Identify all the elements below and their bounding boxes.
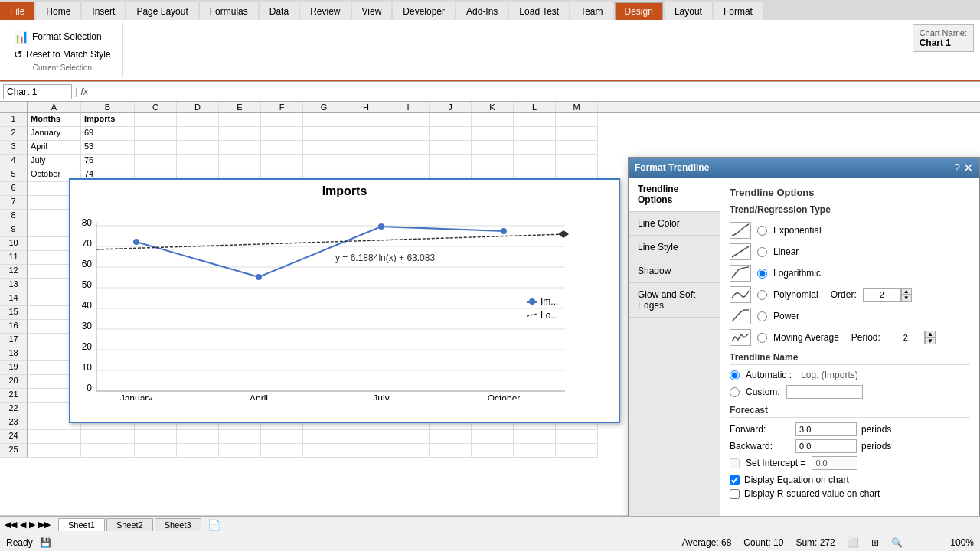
spreadsheet-cell[interactable] <box>177 444 219 458</box>
spreadsheet-cell[interactable] <box>135 113 177 127</box>
col-header-c[interactable]: C <box>135 102 177 112</box>
col-header-e[interactable]: E <box>219 102 261 112</box>
spreadsheet-cell[interactable]: April <box>28 141 81 155</box>
spreadsheet-cell[interactable] <box>472 155 514 168</box>
tab-first-btn[interactable]: ◀◀ <box>3 520 18 530</box>
tab-add-ins[interactable]: Add-Ins <box>456 2 508 20</box>
spreadsheet-cell[interactable] <box>81 430 135 444</box>
spreadsheet-cell[interactable] <box>303 155 345 168</box>
tab-view[interactable]: View <box>352 2 392 20</box>
col-header-k[interactable]: K <box>472 102 514 112</box>
formula-input[interactable] <box>91 84 977 99</box>
spreadsheet-cell[interactable] <box>345 444 387 458</box>
spreadsheet-cell[interactable] <box>261 444 303 458</box>
spreadsheet-cell[interactable] <box>514 444 556 458</box>
spreadsheet-cell[interactable] <box>219 113 261 127</box>
spreadsheet-cell[interactable] <box>387 444 430 458</box>
spreadsheet-cell[interactable] <box>261 430 303 444</box>
spreadsheet-cell[interactable] <box>261 141 303 155</box>
spreadsheet-cell[interactable] <box>514 127 556 141</box>
spreadsheet-cell[interactable] <box>303 430 345 444</box>
spreadsheet-cell[interactable]: July <box>28 155 81 168</box>
radio-logarithmic[interactable] <box>757 269 767 279</box>
spreadsheet-cell[interactable] <box>177 141 219 155</box>
tab-developer[interactable]: Developer <box>393 2 455 20</box>
sheet-tab-2[interactable]: Sheet2 <box>106 518 153 531</box>
tab-design[interactable]: Design <box>615 2 663 20</box>
zoom-slider[interactable]: ───── 100% <box>915 537 974 548</box>
reset-match-button[interactable]: ↺ Reset to Match Style <box>9 47 116 62</box>
spreadsheet-cell[interactable] <box>387 155 430 168</box>
col-header-a[interactable]: A <box>28 102 81 112</box>
spreadsheet-cell[interactable] <box>556 444 598 458</box>
spreadsheet-cell[interactable] <box>81 444 135 458</box>
spreadsheet-cell[interactable] <box>430 430 472 444</box>
format-selection-button[interactable]: 📊 Format Selection <box>9 28 116 45</box>
custom-name-input[interactable] <box>786 385 863 399</box>
col-header-m[interactable]: M <box>556 102 598 112</box>
col-header-b[interactable]: B <box>81 102 135 112</box>
spreadsheet-cell[interactable] <box>345 155 387 168</box>
spreadsheet-cell[interactable] <box>303 444 345 458</box>
spreadsheet-cell[interactable] <box>177 430 219 444</box>
dialog-help-button[interactable]: ? <box>954 161 960 175</box>
spreadsheet-cell[interactable] <box>261 127 303 141</box>
spreadsheet-cell[interactable] <box>28 444 81 458</box>
spreadsheet-cell[interactable]: Months <box>28 113 81 127</box>
spreadsheet-cell[interactable] <box>514 113 556 127</box>
spreadsheet-cell[interactable] <box>556 127 598 141</box>
radio-power[interactable] <box>757 311 767 321</box>
radio-moving-average[interactable] <box>757 333 767 343</box>
spreadsheet-cell[interactable] <box>219 127 261 141</box>
col-header-i[interactable]: I <box>387 102 430 112</box>
col-header-g[interactable]: G <box>303 102 345 112</box>
tab-team[interactable]: Team <box>570 2 612 20</box>
tab-prev-btn[interactable]: ◀ <box>18 520 28 530</box>
spreadsheet-cell[interactable] <box>219 155 261 168</box>
nav-line-color[interactable]: Line Color <box>629 212 720 236</box>
order-input[interactable] <box>863 288 901 302</box>
spreadsheet-cell[interactable] <box>261 155 303 168</box>
spreadsheet-cell[interactable] <box>430 127 472 141</box>
tab-home[interactable]: Home <box>36 2 80 20</box>
spreadsheet-cell[interactable] <box>261 113 303 127</box>
spreadsheet-cell[interactable] <box>472 444 514 458</box>
order-up-btn[interactable]: ▲ <box>901 288 912 295</box>
spreadsheet-cell[interactable] <box>219 430 261 444</box>
spreadsheet-cell[interactable] <box>135 430 177 444</box>
view-layout-btn[interactable]: ⊞ <box>871 537 879 548</box>
spreadsheet-cell[interactable] <box>219 141 261 155</box>
spreadsheet-cell[interactable] <box>556 155 598 168</box>
spreadsheet-cell[interactable] <box>135 127 177 141</box>
intercept-checkbox[interactable] <box>730 458 740 468</box>
period-down-btn[interactable]: ▼ <box>925 337 936 344</box>
period-up-btn[interactable]: ▲ <box>925 331 936 337</box>
radio-linear[interactable] <box>757 247 767 257</box>
spreadsheet-cell[interactable] <box>556 141 598 155</box>
tab-next-btn[interactable]: ▶ <box>28 520 37 530</box>
view-normal-btn[interactable]: ⬜ <box>848 537 859 548</box>
spreadsheet-cell[interactable] <box>177 155 219 168</box>
col-header-j[interactable]: J <box>430 102 472 112</box>
spreadsheet-cell[interactable] <box>430 444 472 458</box>
spreadsheet-cell[interactable]: 53 <box>81 141 135 155</box>
radio-automatic-name[interactable] <box>730 370 740 380</box>
spreadsheet-cell[interactable]: 69 <box>81 127 135 141</box>
tab-layout[interactable]: Layout <box>665 2 712 20</box>
spreadsheet-cell[interactable] <box>472 141 514 155</box>
spreadsheet-cell[interactable]: Imports <box>81 113 135 127</box>
period-input[interactable] <box>887 331 925 344</box>
col-header-d[interactable]: D <box>177 102 219 112</box>
tab-data[interactable]: Data <box>260 2 299 20</box>
name-box[interactable] <box>3 84 72 99</box>
spreadsheet-cell[interactable] <box>387 141 430 155</box>
spreadsheet-cell[interactable] <box>177 113 219 127</box>
spreadsheet-cell[interactable] <box>514 155 556 168</box>
spreadsheet-cell[interactable] <box>303 113 345 127</box>
order-down-btn[interactable]: ▼ <box>901 295 912 302</box>
spreadsheet-cell[interactable]: 76 <box>81 155 135 168</box>
spreadsheet-cell[interactable] <box>514 430 556 444</box>
sheet-tab-1[interactable]: Sheet1 <box>58 518 105 531</box>
nav-trendline-options[interactable]: Trendline Options <box>629 178 720 212</box>
dialog-close-button[interactable]: ✕ <box>963 161 973 175</box>
